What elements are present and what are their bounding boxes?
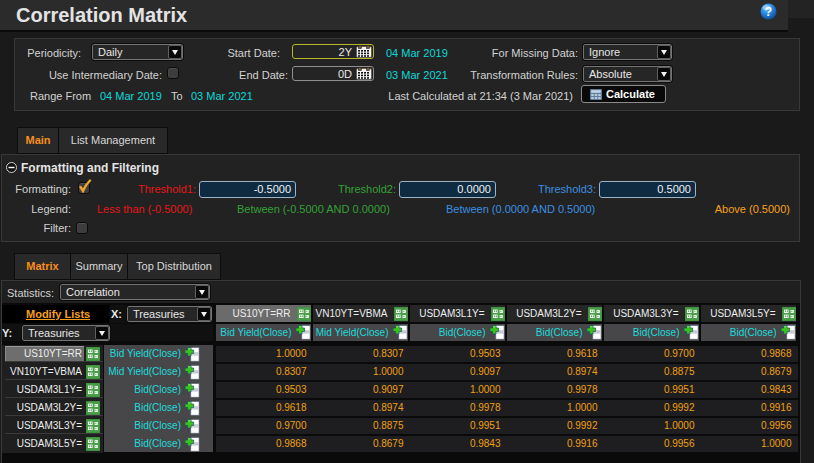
svg-text:?: ?	[765, 5, 772, 19]
